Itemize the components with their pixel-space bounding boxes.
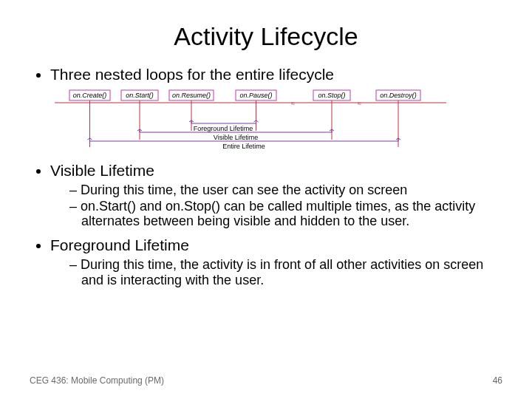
sublist-foreground: During this time, the activity is in fro…	[50, 257, 502, 287]
lifecycle-diagram: on.Create() on.Start() on.Resume() on.Pa…	[55, 88, 502, 151]
bullet-visible-lifetime: Visible Lifetime During this time, the u…	[50, 162, 502, 229]
bullet-foreground-lifetime: Foreground Lifetime During this time, th…	[50, 236, 502, 287]
slide: Activity Lifecycle Three nested loops fo…	[0, 0, 532, 399]
bullet-foreground-lifetime-text: Foreground Lifetime	[50, 236, 189, 253]
callback-oncreate: on.Create()	[73, 92, 107, 99]
label-foreground: Foreground Lifetime	[194, 125, 253, 132]
bullet-list-2: Visible Lifetime During this time, the u…	[30, 162, 502, 287]
callback-onresume: on.Resume()	[172, 92, 211, 99]
bullet-visible-lifetime-text: Visible Lifetime	[50, 162, 154, 179]
callback-onstart: on.Start()	[126, 92, 154, 99]
bullet-nested-loops: Three nested loops for the entire lifecy…	[50, 66, 502, 83]
lifecycle-svg: on.Create() on.Start() on.Resume() on.Pa…	[55, 88, 446, 151]
bullet-list: Three nested loops for the entire lifecy…	[30, 66, 502, 83]
sub-visible-2: on.Start() and on.Stop() can be called m…	[69, 199, 502, 229]
sub-visible-1: During this time, the user can see the a…	[69, 183, 502, 198]
callback-ondestroy: on.Destroy()	[380, 92, 417, 99]
label-entire: Entire Lifetime	[222, 143, 265, 150]
sub-foreground-1: During this time, the activity is in fro…	[69, 257, 502, 287]
callback-onpause: on.Pause()	[239, 92, 272, 99]
slide-title: Activity Lifecycle	[30, 22, 502, 51]
callback-onstop: on.Stop()	[318, 92, 345, 99]
footer-course: CEG 436: Mobile Computing (PM)	[30, 375, 164, 386]
label-visible: Visible Lifetime	[214, 134, 258, 141]
svg-text:≈: ≈	[291, 100, 295, 107]
sublist-visible: During this time, the user can see the a…	[50, 183, 502, 229]
svg-text:≈: ≈	[358, 100, 361, 107]
footer-page: 46	[493, 375, 502, 386]
